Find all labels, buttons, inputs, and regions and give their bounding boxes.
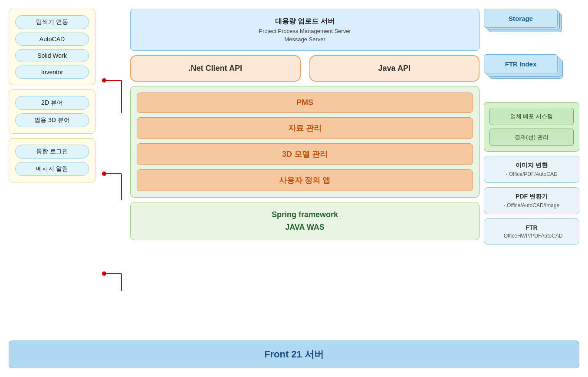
left-group-3: 통합 로그인 메시지 알림 <box>9 138 95 182</box>
storage-label: Storage <box>509 15 533 22</box>
item-autocad: AutoCAD <box>15 33 89 46</box>
ftr-stack: FTR Index <box>484 54 566 93</box>
green-container: PMS 자료 관리 3D 모델 관리 사용자 정의 앱 <box>130 86 480 198</box>
server-title-ko: 대용량 업로드 서버 <box>138 17 471 26</box>
top-area: 탐색기 연동 AutoCAD Solid Work Inventor 2D 뷰어… <box>9 9 579 336</box>
pms-item-3d: 3D 모델 관리 <box>137 143 473 165</box>
center-column: 대용량 업로드 서버 Project Process Management Se… <box>130 9 480 336</box>
api-row: .Net Client API Java API <box>130 55 480 82</box>
image-convert-title: 이미지 변환 <box>489 162 574 169</box>
pms-item-app: 사용자 정의 앱 <box>137 169 473 191</box>
green-group: 업체 배포 시스템 결재(선) 관리 <box>484 102 579 152</box>
item-browser: 탐색기 연동 <box>15 15 89 29</box>
pdf-convert-box: PDF 변환기 - Office/AutoCAD/Image <box>484 187 579 214</box>
footer-text: Front 21 서버 <box>16 348 572 361</box>
footer-bar: Front 21 서버 <box>9 341 579 368</box>
pdf-convert-sub: - Office/AutoCAD/Image <box>489 202 574 208</box>
image-convert-sub: - Office/PDF/AutoCAD <box>489 171 574 177</box>
item-login: 통합 로그인 <box>15 145 89 159</box>
ftr-box-sub: - OfficeHWP/PDFAutoCAD <box>489 233 574 239</box>
ftr-label: FTR Index <box>505 60 537 68</box>
item-inventor: Inventor <box>15 66 89 79</box>
server-box: 대용량 업로드 서버 Project Process Management Se… <box>130 9 480 51</box>
left-group-1: 탐색기 연동 AutoCAD Solid Work Inventor <box>9 9 95 85</box>
green-item-1: 업체 배포 시스템 <box>489 108 574 125</box>
server-title-en2: Message Server <box>138 36 471 43</box>
java-api-box: Java API <box>309 55 480 82</box>
storage-stack: Storage <box>484 9 566 46</box>
java-was: JAVA WAS <box>138 223 471 232</box>
spring-title: Spring framework <box>138 210 471 219</box>
pms-item-data: 자료 관리 <box>137 117 473 139</box>
ftr-section: FTR Index <box>484 54 579 93</box>
item-solidwork: Solid Work <box>15 49 89 62</box>
ftr-box-title: FTR <box>489 224 574 231</box>
image-convert-box: 이미지 변환 - Office/PDF/AutoCAD <box>484 156 579 183</box>
server-title-en1: Project Process Management Server <box>138 28 471 34</box>
ftr-box: FTR - OfficeHWP/PDFAutoCAD <box>484 218 579 245</box>
storage-section: Storage <box>484 9 579 46</box>
item-message: 메시지 알림 <box>15 162 89 176</box>
pdf-convert-title: PDF 변환기 <box>489 193 574 201</box>
connector-svg <box>100 9 126 336</box>
spring-box: Spring framework JAVA WAS <box>130 202 480 240</box>
left-group-2: 2D 뷰어 범용 3D 뷰어 <box>9 89 95 134</box>
right-column: Storage FTR Index 업체 배포 시스템 결재(선) 관 <box>484 9 579 336</box>
net-client-api-box: .Net Client API <box>130 55 301 82</box>
item-3d-viewer: 범용 3D 뷰어 <box>15 113 89 127</box>
item-2d-viewer: 2D 뷰어 <box>15 96 89 110</box>
storage-card-front: Storage <box>484 9 558 28</box>
ftr-card-front: FTR Index <box>484 54 558 73</box>
left-column: 탐색기 연동 AutoCAD Solid Work Inventor 2D 뷰어… <box>9 9 95 336</box>
main-container: 탐색기 연동 AutoCAD Solid Work Inventor 2D 뷰어… <box>9 9 579 368</box>
green-item-2: 결재(선) 관리 <box>489 129 574 146</box>
pms-item-pms: PMS <box>137 93 473 113</box>
